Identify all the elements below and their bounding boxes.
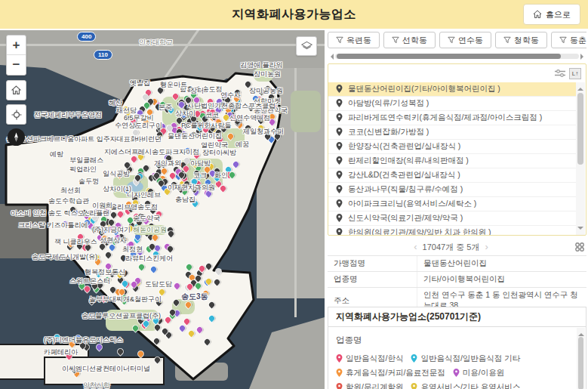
map-place-label: 장미공농원	[249, 86, 283, 96]
zoom-in-button[interactable]: +	[7, 36, 26, 55]
pin-icon	[336, 142, 343, 152]
scroll-up-arrow-icon[interactable]	[577, 85, 583, 91]
filter-scroll-track[interactable]	[335, 54, 579, 59]
map-place-label: (주)지금여기	[92, 225, 131, 235]
business-list: 물댄동산어린이집(기타/아이행복어린이집 )아담방(의류/기성복점 )파리바게뜨…	[328, 82, 577, 235]
map-place-label: 인천신항	[83, 381, 110, 389]
filter-scrollbar[interactable]	[328, 53, 586, 60]
legend-subtitle: 업종명	[336, 335, 574, 346]
home-button[interactable]: 홈으로	[523, 4, 580, 25]
district-filter-4[interactable]: 청학동	[495, 32, 547, 48]
zoom-control[interactable]: + −	[6, 35, 26, 76]
map-place-label: 사단법인가천종합스포츠클럽	[187, 101, 276, 111]
legend-scroll-thumb[interactable]	[578, 337, 583, 389]
map-place-label: 전국제페리부두운영점	[34, 110, 102, 120]
map-place-label: 충남집	[175, 195, 195, 205]
tune-filter-icon[interactable]	[555, 69, 565, 78]
map-place-label: 해돋이공원	[133, 225, 167, 235]
category-pin-icon	[411, 383, 417, 389]
prev-page-arrow[interactable]: ‹	[411, 241, 420, 252]
district-filter-3[interactable]: 연수동	[439, 32, 491, 48]
pagination: ‹ 17047개 중 5개 ›	[328, 240, 586, 254]
legend-item: 일반음식점/일반음식점 기타	[411, 353, 520, 364]
legend-item: 미용/이용원	[453, 368, 504, 378]
list-item[interactable]: 란제리할인매장(의류/내의판매점 )	[328, 154, 577, 168]
detail-value: 기타/아이행복어린이집	[417, 272, 586, 287]
map-place-label: 바비런던	[134, 134, 162, 144]
legend-item: 용역서비스/기타 용역서비스	[411, 382, 520, 389]
map-place-label: 수연상도리구이	[115, 121, 162, 131]
map-place-label: 이재현치과의원	[168, 183, 215, 193]
map-place-label: 올리브영송도점	[110, 202, 158, 212]
map-canvas[interactable]: 인하대학교전국제페리부두운영점송도오션파크베르디움아파트 입주자대표회의함흥관 …	[0, 30, 325, 389]
map-place-label: 연수사	[220, 91, 241, 100]
list-item[interactable]: 코코(신변잡화/가방점 )	[328, 125, 577, 140]
list-item[interactable]: 물댄동산어린이집(기타/아이행복어린이집 )	[328, 82, 577, 97]
scroll-up-arrow-icon[interactable]	[578, 330, 584, 336]
map-place-label: 일식공방	[103, 169, 130, 179]
map-place-label: 코코	[205, 110, 219, 120]
map-home-icon	[11, 85, 21, 95]
side-panel: 옥련동선학동연수동청학동동춘동송도동 L↑ 물댄동산어린이집(기타/아이행복어린…	[326, 30, 588, 389]
map-place-label: PC를위한사람들	[181, 121, 232, 131]
pin-icon	[336, 199, 343, 209]
my-location-button[interactable]	[6, 104, 26, 125]
pin-icon	[336, 156, 343, 166]
map-place-label: 예랑	[50, 150, 63, 159]
scroll-down-arrow-icon[interactable]	[577, 227, 583, 233]
map-place-label: 개인과외	[154, 159, 181, 168]
zoom-out-button[interactable]: −	[7, 55, 26, 75]
pin-icon	[336, 99, 343, 109]
crosshair-icon	[11, 110, 22, 120]
map-place-label: 송도수학습관	[48, 196, 89, 206]
scroll-left-arrow-icon[interactable]	[328, 54, 334, 60]
pagination-count: 17047개 중 5개	[423, 242, 480, 252]
map-place-label: 화인	[214, 171, 228, 181]
legend-body: 업종명 일반음식점/한식일반음식점/일반음식점 기타휴게음식점/커피/음료전문점…	[328, 327, 586, 389]
legend-item: 휴게음식점/커피/음료전문점	[336, 368, 445, 378]
district-filter-2[interactable]: 선학동	[383, 32, 436, 48]
list-item[interactable]: 파리바게뜨연수럭키(휴게음식점/제과점/아이스크림점 )	[328, 111, 577, 125]
district-filter-5[interactable]: 동춘동	[551, 32, 586, 48]
map-place-label: 지에스더프레시송도파크자이점	[104, 147, 199, 157]
map-place-label: 라플랜	[89, 208, 109, 218]
pin-icon	[336, 214, 343, 224]
grid-view-icon[interactable]	[574, 242, 585, 252]
map-place-label: 제일청과수퍼	[243, 127, 284, 137]
list-toolbar: L↑	[328, 64, 586, 82]
district-filter-1[interactable]: 옥련동	[328, 32, 380, 48]
next-page-arrow[interactable]: ›	[482, 241, 491, 252]
list-item[interactable]: 아이파크크리닝(용역서비스/세탁소 )	[328, 197, 577, 211]
category-pin-icon	[453, 369, 460, 378]
list-scroll-thumb[interactable]	[577, 93, 583, 165]
category-pin-icon	[336, 369, 343, 378]
map-place-label: 디자인레브	[127, 190, 161, 200]
map-place-label: 본죽	[159, 103, 172, 113]
map-place-label: 장터아씨방	[202, 148, 236, 158]
list-item[interactable]: 신도시약국(의료기관/제약/약국 )	[328, 211, 577, 226]
legend-scrollbar[interactable]	[577, 328, 585, 389]
map-place-label: 송도약국	[133, 214, 160, 224]
list-item[interactable]: 동산과나무(직물/침구류/수예점 )	[328, 183, 577, 197]
list-item[interactable]: 한의원(의료기관/제약/일반 치과 한의원 )	[328, 226, 577, 235]
map-home-button[interactable]	[6, 80, 26, 100]
pin-icon	[336, 85, 343, 94]
map-place-label: (주)디엔더블유로지스틱스	[44, 335, 123, 345]
map-place-label: 아담방	[190, 159, 211, 168]
map-place-label: 이씨엠디선광컨테이너터미널	[62, 364, 150, 374]
list-scrollbar[interactable]	[576, 82, 585, 235]
list-item[interactable]: 강산L&D(건축관련업/실내장식 )	[328, 168, 577, 183]
sort-toggle-button[interactable]: L↑	[569, 68, 581, 79]
map-place-label: 코크	[193, 171, 207, 181]
layers-button[interactable]	[296, 36, 317, 56]
filter-scroll-thumb[interactable]	[337, 54, 561, 59]
list-item[interactable]: 한양장식(건축관련업/실내장식 )	[328, 140, 577, 154]
scroll-right-arrow-icon[interactable]	[580, 54, 586, 60]
pin-icon	[336, 171, 343, 181]
map-place-label: 도담도담	[145, 279, 172, 289]
map-place-label: 예꿈	[236, 140, 249, 150]
legend-item: 학원/문리계학원	[336, 382, 403, 389]
list-item[interactable]: 아담방(의류/기성복점 )	[328, 97, 577, 111]
compass-needle-icon	[11, 132, 21, 142]
compass-control[interactable]	[8, 128, 25, 146]
